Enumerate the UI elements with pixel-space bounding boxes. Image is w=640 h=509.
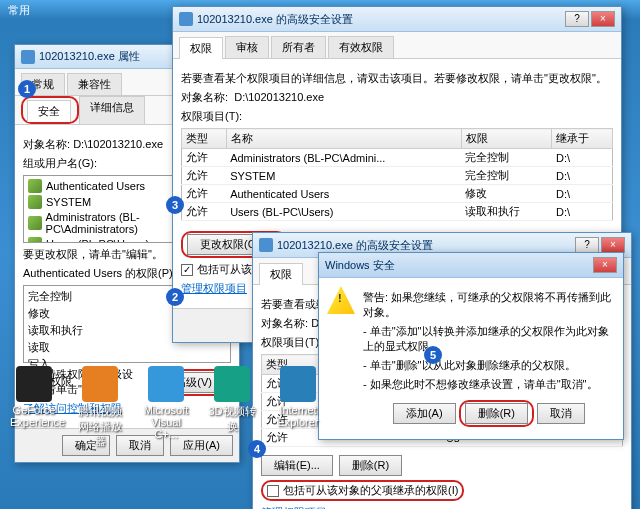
shield-icon [179, 12, 193, 26]
manage-link[interactable]: 管理权限项目 [181, 282, 247, 294]
cancel-button[interactable]: 取消 [537, 403, 585, 424]
desktop-icons: GeForce Experience 腾讯视频 网络播放器 Microsoft … [10, 366, 322, 449]
close-button[interactable]: × [593, 257, 617, 273]
remove-button[interactable]: 删除(R) [465, 403, 528, 424]
obj-label: 对象名称: [23, 138, 70, 150]
window-title: 102013210.exe 的高级安全设置 [277, 238, 571, 253]
close-button[interactable]: × [591, 11, 615, 27]
user-icon [28, 195, 42, 209]
tab-perm[interactable]: 权限 [259, 263, 303, 285]
perm-table[interactable]: 类型名称权限继承于 允许Administrators (BL-PC\Admini… [181, 128, 613, 221]
help-button[interactable]: ? [565, 11, 589, 27]
line1: - 单击"添加"以转换并添加继承的父权限作为此对象上的显式权限。 [363, 324, 615, 354]
user-icon [28, 237, 42, 243]
inherit-label: 包括可从该对象的父项继承的权限(I) [283, 484, 458, 496]
shield-icon [259, 238, 273, 252]
tab-perm[interactable]: 权限 [179, 37, 223, 59]
tab-effective[interactable]: 有效权限 [328, 36, 394, 58]
line2: - 单击"删除"以从此对象删除继承的父权限。 [363, 358, 615, 373]
desktop-icon[interactable]: 3D视频转换 [208, 366, 256, 449]
tab-security[interactable]: 安全 [27, 100, 71, 122]
edit-button[interactable]: 编辑(E)... [261, 455, 333, 476]
window-title: 102013210.exe 的高级安全设置 [197, 12, 561, 27]
table-row[interactable]: 允许Administrators (BL-PC\Admini...完全控制D:\ [182, 149, 613, 167]
table-row[interactable]: 允许Users (BL-PC\Users)读取和执行D:\ [182, 203, 613, 221]
security-dialog: Windows 安全 × 警告: 如果您继续，可继承的父权限将不再传播到此对象。… [318, 252, 624, 440]
user-icon [28, 216, 42, 230]
marker-4: 4 [248, 440, 266, 458]
tab-compat[interactable]: 兼容性 [67, 73, 122, 95]
dialog-title: Windows 安全 [325, 258, 589, 273]
marker-1: 1 [18, 80, 36, 98]
warn-text: 警告: 如果您继续，可继承的父权限将不再传播到此对象。 [363, 290, 615, 320]
user-icon [28, 179, 42, 193]
close-button[interactable]: × [601, 237, 625, 253]
desktop-icon[interactable]: 腾讯视频 网络播放器 [76, 366, 124, 449]
table-row[interactable]: 允许Authenticated Users修改D:\ [182, 185, 613, 203]
warning-icon [327, 286, 355, 314]
tabs: 权限 审核 所有者 有效权限 [173, 32, 621, 59]
tab-audit[interactable]: 审核 [225, 36, 269, 58]
add-button[interactable]: 添加(A) [393, 403, 456, 424]
items-label: 权限项目(T): [181, 109, 613, 124]
inherit-checkbox[interactable] [267, 485, 279, 497]
tab-details[interactable]: 详细信息 [79, 96, 145, 124]
titlebar[interactable]: 102013210.exe 的高级安全设置 ? × [173, 7, 621, 32]
desktop-icon[interactable]: GeForce Experience [10, 366, 58, 449]
hint: 若要查看某个权限项目的详细信息，请双击该项目。若要修改权限，请单击"更改权限"。 [181, 71, 613, 86]
inherit-checkbox [181, 264, 193, 276]
obj-path: D:\102013210.exe [234, 91, 324, 103]
desktop-icon[interactable]: Microsoft Visual C+... [142, 366, 190, 449]
marker-3: 3 [166, 196, 184, 214]
line3: - 如果您此时不想修改继承设置，请单击"取消"。 [363, 377, 615, 392]
file-icon [21, 50, 35, 64]
obj-label: 对象名称: [181, 91, 228, 103]
obj-label: 对象名称: [261, 317, 308, 329]
table-row[interactable]: 允许SYSTEM完全控制D:\ [182, 167, 613, 185]
help-button[interactable]: ? [575, 237, 599, 253]
marker-5: 5 [424, 346, 442, 364]
content: 警告: 如果您继续，可继承的父权限将不再传播到此对象。 - 单击"添加"以转换并… [319, 278, 623, 439]
desktop-icon[interactable]: Internet Explorer [274, 366, 322, 449]
marker-2: 2 [166, 288, 184, 306]
titlebar[interactable]: Windows 安全 × [319, 253, 623, 278]
tab-owner[interactable]: 所有者 [271, 36, 326, 58]
obj-path: D:\102013210.exe [73, 138, 163, 150]
remove-button[interactable]: 删除(R) [339, 455, 402, 476]
